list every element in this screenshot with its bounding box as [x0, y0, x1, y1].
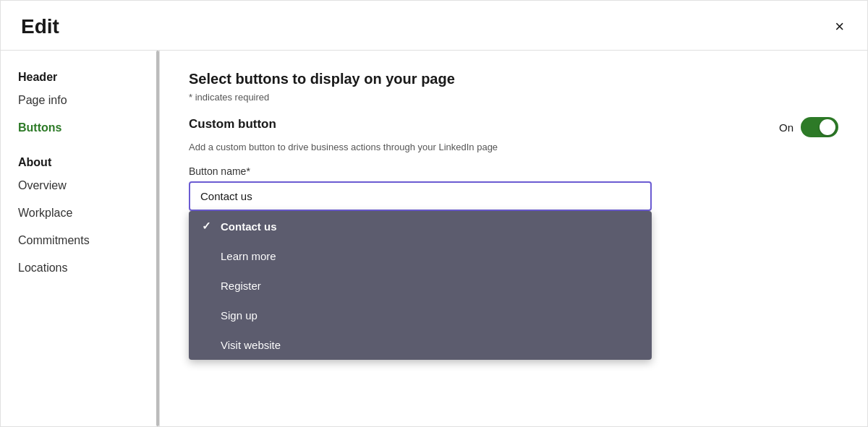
button-name-label: Button name* — [189, 165, 838, 177]
modal-body: Header Page info Buttons About Overview … — [1, 51, 867, 426]
dropdown-option-register[interactable]: Register — [189, 271, 652, 301]
sidebar-section-about: About — [1, 150, 159, 172]
dropdown-selected[interactable]: Contact us — [189, 181, 652, 211]
dropdown-option-learn-more[interactable]: Learn more — [189, 241, 652, 271]
toggle-label: On — [779, 121, 793, 134]
dropdown-menu: ✓ Contact us Learn more Register Sign up — [189, 211, 652, 360]
sidebar-item-page-info[interactable]: Page info — [1, 87, 159, 114]
main-content: Select buttons to display on your page *… — [160, 51, 867, 426]
sidebar-item-commitments[interactable]: Commitments — [1, 227, 159, 254]
close-button[interactable]: × — [832, 16, 847, 38]
dropdown-selected-value: Contact us — [200, 190, 252, 202]
dropdown-option-contact-us[interactable]: ✓ Contact us — [189, 211, 652, 241]
dropdown-option-label: Contact us — [221, 220, 277, 233]
custom-button-row: Custom button On — [189, 117, 838, 137]
edit-modal: Edit × Header Page info Buttons About Ov… — [0, 0, 868, 427]
custom-button-toggle[interactable] — [801, 117, 838, 137]
required-note: * indicates required — [189, 92, 838, 103]
dropdown-container: Contact us ✓ Contact us Learn more Regis… — [189, 181, 652, 211]
toggle-knob — [820, 119, 835, 135]
sidebar-item-buttons[interactable]: Buttons — [1, 114, 159, 142]
sidebar-section-header: Header — [1, 65, 159, 87]
dropdown-option-label: Sign up — [221, 309, 258, 322]
toggle-row: On — [779, 117, 838, 137]
section-title: Select buttons to display on your page — [189, 71, 838, 87]
custom-button-label: Custom button — [189, 117, 276, 131]
dropdown-option-label: Learn more — [221, 250, 276, 262]
check-icon: ✓ — [202, 220, 213, 233]
custom-button-desc: Add a custom button to drive business ac… — [189, 142, 838, 152]
dropdown-option-label: Visit website — [221, 339, 281, 351]
dropdown-option-label: Register — [221, 280, 261, 292]
modal-title: Edit — [21, 15, 59, 38]
modal-header: Edit × — [1, 1, 867, 51]
dropdown-option-visit-website[interactable]: Visit website — [189, 330, 652, 360]
sidebar-item-locations[interactable]: Locations — [1, 254, 159, 282]
sidebar: Header Page info Buttons About Overview … — [1, 51, 160, 426]
sidebar-item-overview[interactable]: Overview — [1, 172, 159, 199]
dropdown-option-sign-up[interactable]: Sign up — [189, 301, 652, 330]
sidebar-item-workplace[interactable]: Workplace — [1, 199, 159, 227]
